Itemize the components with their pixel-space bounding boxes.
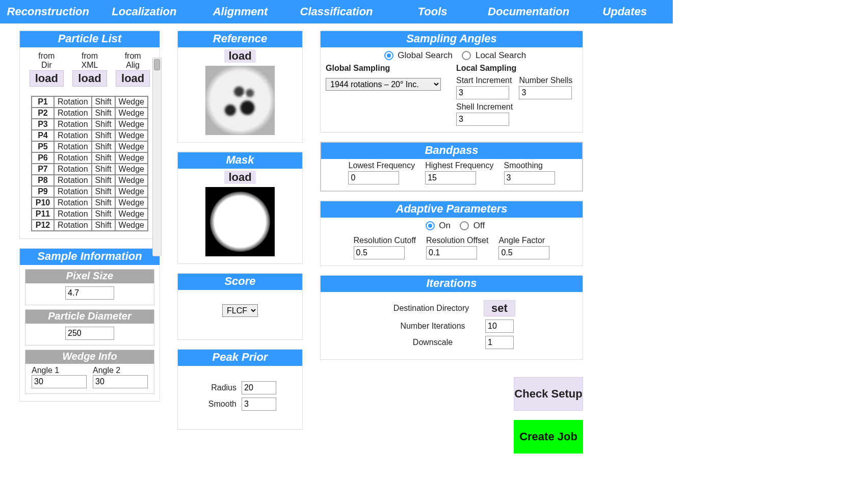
particle-rotation-cell[interactable]: Rotation <box>54 164 92 175</box>
particle-id-cell[interactable]: P12 <box>32 220 54 231</box>
number-shells-label: Number Shells <box>519 76 572 85</box>
particle-wedge-cell[interactable]: Wedge <box>115 197 148 208</box>
shell-increment-input[interactable] <box>456 113 509 126</box>
lowest-freq-input[interactable] <box>348 171 399 184</box>
res-offset-input[interactable] <box>426 246 477 259</box>
particle-rotation-cell[interactable]: Rotation <box>54 208 92 220</box>
particle-shift-cell[interactable]: Shift <box>92 186 115 197</box>
angle2-input[interactable] <box>93 375 148 388</box>
load-from-alig-button[interactable]: load <box>116 70 150 87</box>
global-search-radio[interactable] <box>384 51 393 60</box>
global-sampling-select[interactable]: 1944 rotations – 20° Inc. <box>326 78 441 91</box>
particle-id-cell[interactable]: P7 <box>32 164 54 175</box>
reference-title: Reference <box>178 31 302 47</box>
reference-image <box>205 66 275 135</box>
global-search-label: Global Search <box>398 50 453 60</box>
radius-input[interactable] <box>242 381 276 394</box>
sampling-title: Sampling Angles <box>321 31 583 47</box>
particle-shift-cell[interactable]: Shift <box>92 108 115 119</box>
table-row: P11RotationShiftWedge <box>32 208 148 220</box>
load-from-dir-button[interactable]: load <box>30 70 64 87</box>
check-setup-button[interactable]: Check Setup <box>514 377 583 411</box>
particle-rotation-cell[interactable]: Rotation <box>54 96 92 108</box>
particle-rotation-cell[interactable]: Rotation <box>54 119 92 130</box>
particle-rotation-cell[interactable]: Rotation <box>54 186 92 197</box>
nav-reconstruction[interactable]: Reconstruction <box>0 5 96 18</box>
particle-id-cell[interactable]: P10 <box>32 197 54 208</box>
downscale-input[interactable] <box>485 336 514 349</box>
particle-wedge-cell[interactable]: Wedge <box>115 186 148 197</box>
particle-rotation-cell[interactable]: Rotation <box>54 175 92 186</box>
particle-rotation-cell[interactable]: Rotation <box>54 152 92 164</box>
particle-id-cell[interactable]: P9 <box>32 186 54 197</box>
particle-wedge-cell[interactable]: Wedge <box>115 175 148 186</box>
particle-shift-cell[interactable]: Shift <box>92 197 115 208</box>
create-job-button[interactable]: Create Job <box>514 420 583 454</box>
start-increment-input[interactable] <box>456 86 509 99</box>
adaptive-off-radio[interactable] <box>460 221 469 230</box>
scrollbar-thumb[interactable] <box>154 59 160 70</box>
particle-id-cell[interactable]: P1 <box>32 96 54 108</box>
pixel-size-input[interactable] <box>65 286 114 300</box>
particle-rotation-cell[interactable]: Rotation <box>54 141 92 152</box>
particle-id-cell[interactable]: P5 <box>32 141 54 152</box>
load-from-xml-button[interactable]: load <box>72 70 107 87</box>
number-shells-input[interactable] <box>519 86 572 99</box>
reference-load-button[interactable]: load <box>224 49 255 63</box>
particle-shift-cell[interactable]: Shift <box>92 220 115 231</box>
particle-id-cell[interactable]: P3 <box>32 119 54 130</box>
nav-classification[interactable]: Classification <box>288 5 385 18</box>
smoothing-input[interactable] <box>504 171 555 184</box>
particle-shift-cell[interactable]: Shift <box>92 164 115 175</box>
highest-freq-input[interactable] <box>425 171 476 184</box>
angle-factor-input[interactable] <box>498 246 549 259</box>
particle-shift-cell[interactable]: Shift <box>92 141 115 152</box>
particle-rotation-cell[interactable]: Rotation <box>54 130 92 141</box>
particle-shift-cell[interactable]: Shift <box>92 175 115 186</box>
downscale-label: Downscale <box>389 338 476 347</box>
particle-wedge-cell[interactable]: Wedge <box>115 152 148 164</box>
particle-id-cell[interactable]: P4 <box>32 130 54 141</box>
nav-alignment[interactable]: Alignment <box>192 5 288 18</box>
local-search-radio[interactable] <box>462 51 471 60</box>
particle-rotation-cell[interactable]: Rotation <box>54 220 92 231</box>
particle-wedge-cell[interactable]: Wedge <box>115 141 148 152</box>
particle-list-title: Particle List <box>20 31 160 47</box>
particle-shift-cell[interactable]: Shift <box>92 130 115 141</box>
local-search-label: Local Search <box>476 50 526 60</box>
particle-wedge-cell[interactable]: Wedge <box>115 108 148 119</box>
nav-tools[interactable]: Tools <box>384 5 481 18</box>
particle-diameter-label: Particle Diameter <box>25 310 154 324</box>
res-cutoff-input[interactable] <box>354 246 405 259</box>
particle-shift-cell[interactable]: Shift <box>92 96 115 108</box>
particle-wedge-cell[interactable]: Wedge <box>115 96 148 108</box>
from-alig-label: from Alig <box>114 51 152 69</box>
particle-id-cell[interactable]: P8 <box>32 175 54 186</box>
nav-localization[interactable]: Localization <box>96 5 193 18</box>
particle-wedge-cell[interactable]: Wedge <box>115 164 148 175</box>
particle-wedge-cell[interactable]: Wedge <box>115 130 148 141</box>
particle-shift-cell[interactable]: Shift <box>92 119 115 130</box>
particle-wedge-cell[interactable]: Wedge <box>115 119 148 130</box>
mask-load-button[interactable]: load <box>224 171 255 184</box>
smooth-input[interactable] <box>242 397 276 411</box>
particle-rotation-cell[interactable]: Rotation <box>54 197 92 208</box>
particle-diameter-input[interactable] <box>65 327 114 340</box>
particle-shift-cell[interactable]: Shift <box>92 152 115 164</box>
particle-shift-cell[interactable]: Shift <box>92 208 115 220</box>
particle-rotation-cell[interactable]: Rotation <box>54 108 92 119</box>
table-row: P3RotationShiftWedge <box>32 119 148 130</box>
dest-dir-set-button[interactable]: set <box>484 300 515 316</box>
particle-wedge-cell[interactable]: Wedge <box>115 208 148 220</box>
niter-input[interactable] <box>485 320 514 333</box>
adaptive-on-radio[interactable] <box>426 221 435 230</box>
particle-wedge-cell[interactable]: Wedge <box>115 220 148 231</box>
nav-documentation[interactable]: Documentation <box>481 5 577 18</box>
particle-id-cell[interactable]: P6 <box>32 152 54 164</box>
particle-id-cell[interactable]: P2 <box>32 108 54 119</box>
score-select[interactable]: FLCF <box>222 304 258 317</box>
nav-updates[interactable]: Updates <box>576 5 673 18</box>
particle-list-scrollbar[interactable] <box>152 58 162 256</box>
angle1-input[interactable] <box>32 375 87 388</box>
particle-id-cell[interactable]: P11 <box>32 208 54 220</box>
